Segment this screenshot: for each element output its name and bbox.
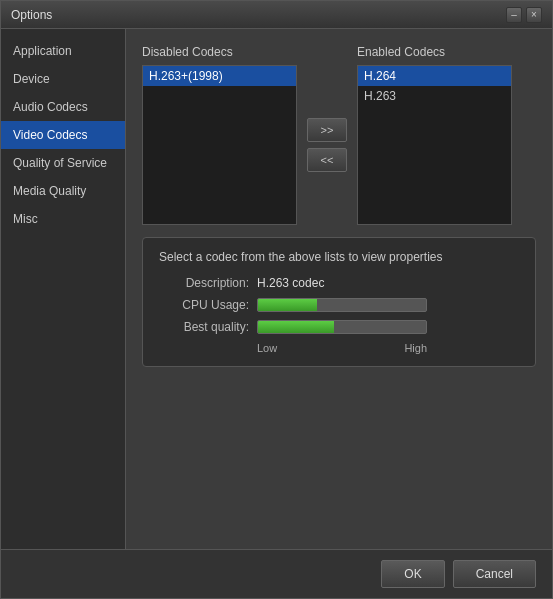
title-bar: Options – × <box>1 1 552 29</box>
sidebar: ApplicationDeviceAudio CodecsVideo Codec… <box>1 29 126 549</box>
disabled-codecs-panel: Disabled Codecs H.263+(1998) <box>142 45 297 225</box>
disabled-codecs-label: Disabled Codecs <box>142 45 297 59</box>
description-value: H.263 codec <box>257 276 324 290</box>
sidebar-item-video-codecs[interactable]: Video Codecs <box>1 121 125 149</box>
cancel-button[interactable]: Cancel <box>453 560 536 588</box>
sidebar-item-device[interactable]: Device <box>1 65 125 93</box>
low-label: Low <box>257 342 277 354</box>
sidebar-item-media-quality[interactable]: Media Quality <box>1 177 125 205</box>
sidebar-item-misc[interactable]: Misc <box>1 205 125 233</box>
cpu-usage-fill <box>258 299 317 311</box>
best-quality-bar <box>257 320 427 334</box>
disabled-codecs-list[interactable]: H.263+(1998) <box>142 65 297 225</box>
properties-title: Select a codec from the above lists to v… <box>159 250 519 264</box>
description-row: Description: H.263 codec <box>159 276 519 290</box>
options-dialog: Options – × ApplicationDeviceAudio Codec… <box>0 0 553 599</box>
arrow-buttons: >> << <box>307 118 347 172</box>
best-quality-row: Best quality: <box>159 320 519 334</box>
ok-button[interactable]: OK <box>381 560 444 588</box>
enabled-codecs-label: Enabled Codecs <box>357 45 512 59</box>
cpu-usage-label: CPU Usage: <box>159 298 249 312</box>
best-quality-fill <box>258 321 334 333</box>
sidebar-item-audio-codecs[interactable]: Audio Codecs <box>1 93 125 121</box>
codecs-row: Disabled Codecs H.263+(1998) >> << Enabl… <box>142 45 536 225</box>
disabled-codec-item[interactable]: H.263+(1998) <box>143 66 296 86</box>
sidebar-item-application[interactable]: Application <box>1 37 125 65</box>
move-left-button[interactable]: << <box>307 148 347 172</box>
cpu-usage-bar <box>257 298 427 312</box>
quality-labels: Low High <box>257 342 427 354</box>
enabled-codecs-list[interactable]: H.264H.263 <box>357 65 512 225</box>
content-area: ApplicationDeviceAudio CodecsVideo Codec… <box>1 29 552 549</box>
move-right-button[interactable]: >> <box>307 118 347 142</box>
best-quality-label: Best quality: <box>159 320 249 334</box>
title-bar-controls: – × <box>506 7 542 23</box>
high-label: High <box>404 342 427 354</box>
main-panel: Disabled Codecs H.263+(1998) >> << Enabl… <box>126 29 552 549</box>
enabled-codecs-panel: Enabled Codecs H.264H.263 <box>357 45 512 225</box>
sidebar-item-quality-of-service[interactable]: Quality of Service <box>1 149 125 177</box>
footer: OK Cancel <box>1 549 552 598</box>
dialog-title: Options <box>11 8 52 22</box>
close-button[interactable]: × <box>526 7 542 23</box>
properties-panel: Select a codec from the above lists to v… <box>142 237 536 367</box>
enabled-codec-item[interactable]: H.264 <box>358 66 511 86</box>
minimize-button[interactable]: – <box>506 7 522 23</box>
cpu-usage-row: CPU Usage: <box>159 298 519 312</box>
enabled-codec-item[interactable]: H.263 <box>358 86 511 106</box>
description-label: Description: <box>159 276 249 290</box>
